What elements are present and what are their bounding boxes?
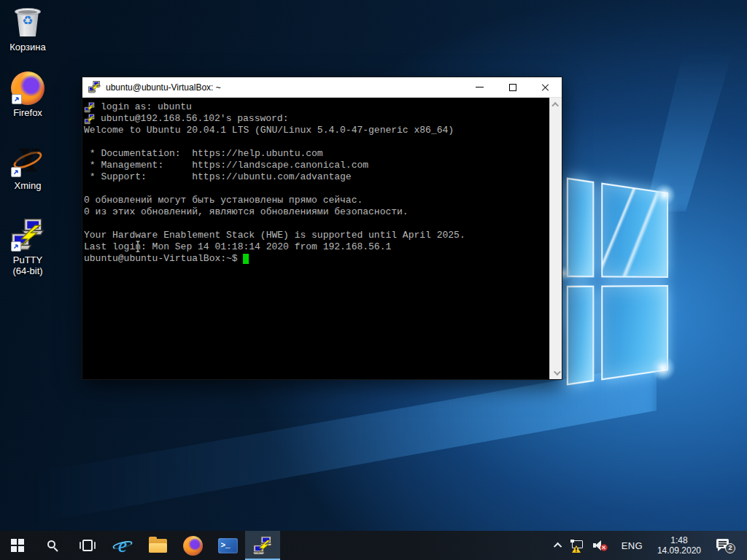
terminal-cursor	[243, 254, 249, 264]
maximize-icon	[509, 84, 516, 91]
window-title: ubuntu@ubuntu-VirtualBox: ~	[106, 82, 221, 93]
search-icon	[47, 540, 58, 551]
windows-hero-logo	[559, 192, 668, 370]
terminal-line: 0 из этих обновлений, являются обновлени…	[84, 206, 409, 218]
firefox-icon	[11, 71, 44, 105]
terminal-line: * Management: https://landscape.canonica…	[84, 160, 368, 171]
firefox-icon	[183, 536, 203, 556]
internet-explorer-icon: e	[112, 535, 133, 556]
internet-explorer-button[interactable]: e	[105, 531, 140, 560]
file-explorer-icon	[149, 539, 167, 553]
desktop-icon-putty[interactable]: PuTTY (64-bit)	[1, 217, 54, 276]
terminal-line: ubuntu@192.168.56.102's password:	[101, 113, 288, 125]
show-hidden-icons-button[interactable]	[551, 531, 566, 560]
system-tray: ENG 1:48 14.09.2020 2	[551, 531, 747, 560]
clock-time: 1:48	[657, 535, 701, 545]
terminal-prompt: ubuntu@ubuntu-VirtualBox:~$	[84, 253, 243, 265]
minimize-icon	[476, 87, 484, 88]
desktop-icon-label: Корзина	[9, 42, 46, 52]
maximize-button[interactable]	[496, 77, 529, 97]
wallpaper-light-beam-up	[633, 0, 747, 211]
network-warning-icon	[570, 540, 584, 551]
terminal-line: Last login: Mon Sep 14 01:18:14 2020 fro…	[84, 241, 391, 253]
putty-line-icon	[84, 114, 96, 125]
terminal-output[interactable]: login as: ubuntu ubuntu@192.168.56.102's…	[82, 98, 549, 379]
terminal-line: login as: ubuntu	[101, 101, 192, 113]
network-status-button[interactable]	[566, 531, 589, 560]
shortcut-arrow-icon	[12, 94, 22, 104]
desktop: ♻ Корзина Firefox X Xming	[0, 0, 747, 560]
clock-date: 14.09.2020	[657, 545, 701, 556]
close-icon	[541, 83, 550, 92]
desktop-icon-firefox[interactable]: Firefox	[1, 71, 54, 118]
taskbar: e >_	[0, 531, 747, 560]
hero-pane-top-left	[567, 177, 595, 277]
terminal-line: * Support: https://ubuntu.com/advantage	[84, 171, 352, 183]
clock[interactable]: 1:48 14.09.2020	[652, 531, 706, 560]
language-indicator[interactable]: ENG	[612, 531, 652, 560]
search-button[interactable]	[35, 531, 70, 560]
putty-taskbar-button[interactable]	[245, 531, 280, 560]
firefox-taskbar-button[interactable]	[175, 531, 210, 560]
volume-button[interactable]	[589, 531, 612, 560]
recycle-symbol-icon: ♻	[10, 15, 45, 27]
mouse-ibeam-cursor	[135, 241, 141, 252]
volume-muted-icon	[593, 540, 608, 551]
scroll-down-icon[interactable]	[550, 367, 562, 378]
desktop-icon-label: Firefox	[13, 107, 42, 118]
shortcut-arrow-icon	[11, 167, 21, 177]
desktop-icon-label: Xming	[15, 180, 42, 191]
terminal-line: * Documentation: https://help.ubuntu.com	[84, 148, 323, 160]
notification-badge: 2	[725, 543, 735, 553]
putty-window: ubuntu@ubuntu-VirtualBox: ~ login as: ub…	[82, 77, 562, 380]
windows-logo-icon	[11, 539, 24, 552]
wallpaper-light-beam-down	[0, 363, 657, 545]
file-explorer-button[interactable]	[140, 531, 175, 560]
terminal-line: Welcome to Ubuntu 20.04.1 LTS (GNU/Linux…	[84, 125, 454, 136]
task-view-icon	[80, 540, 96, 551]
action-center-button[interactable]: 2	[706, 531, 741, 560]
terminal-line: 0 обновлений могут быть установлены прям…	[84, 195, 363, 206]
shortcut-arrow-icon	[11, 241, 21, 252]
close-button[interactable]	[529, 77, 562, 97]
recycle-bin-icon: ♻	[10, 4, 45, 39]
desktop-icon-recycle-bin[interactable]: ♻ Корзина	[1, 4, 54, 52]
putty-icon	[253, 536, 273, 556]
powershell-icon: >_	[218, 538, 238, 553]
terminal-scrollbar[interactable]	[549, 98, 562, 379]
powershell-button[interactable]: >_	[210, 531, 245, 560]
putty-line-icon	[84, 102, 96, 113]
minimize-button[interactable]	[463, 77, 496, 97]
xming-icon: X	[10, 143, 45, 178]
scroll-up-icon[interactable]	[550, 98, 562, 110]
terminal-line: Your Hardware Enablement Stack (HWE) is …	[84, 230, 465, 241]
window-titlebar[interactable]: ubuntu@ubuntu-VirtualBox: ~	[82, 77, 562, 98]
hero-glint-top	[654, 184, 676, 206]
desktop-icon-xming[interactable]: X Xming	[1, 143, 54, 191]
desktop-icon-label: PuTTY (64-bit)	[12, 254, 42, 276]
notification-icon: 2	[716, 537, 734, 553]
task-view-button[interactable]	[70, 531, 105, 560]
hero-pane-bottom-left	[567, 286, 595, 386]
putty-icon	[10, 217, 45, 252]
start-button[interactable]	[0, 531, 35, 560]
chevron-up-icon	[554, 542, 562, 551]
hero-glint-bottom	[651, 356, 676, 381]
putty-titlebar-icon	[88, 81, 101, 93]
